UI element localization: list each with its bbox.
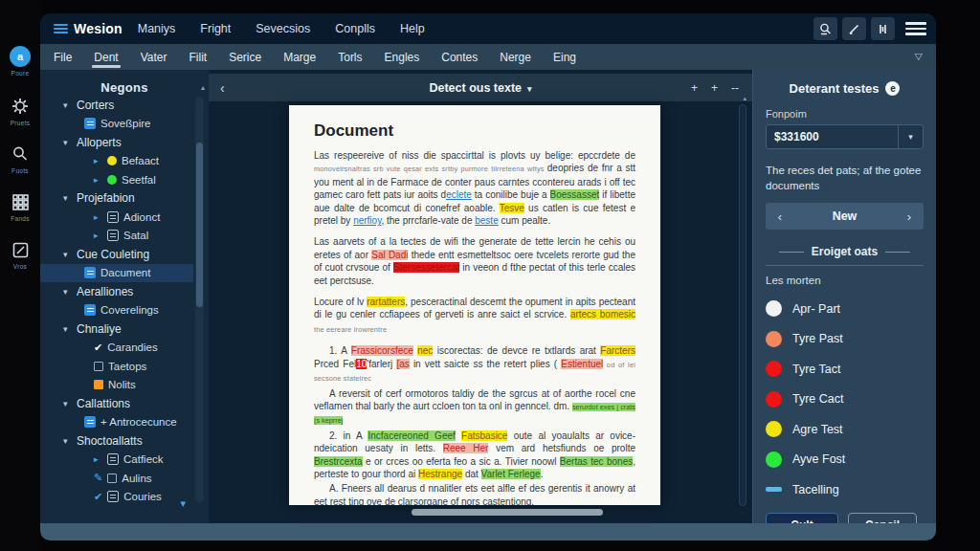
scroll-up-icon[interactable]: ▴ <box>201 83 205 92</box>
doc-text: Locure of lv <box>314 297 367 307</box>
viewer-title: Detect ous texte <box>429 81 522 95</box>
left-icon-rail: a Poure Pruets <box>0 0 40 551</box>
tree-item-aeralliones[interactable]: ▾Aeralliones <box>40 282 193 301</box>
tree-item-carandies[interactable]: ✔Carandies <box>40 339 193 358</box>
viewer-toolbar: ‹ Detect ous texte▾ + + -- <box>209 74 752 101</box>
highlight-yellow: Tesve <box>500 203 524 213</box>
doc-text: Las respeereive of niss die spaccirttal … <box>314 150 635 161</box>
tree-item-adionct[interactable]: ▸Adionct <box>40 208 193 227</box>
amount-select[interactable]: $331600 ▾ <box>766 124 924 149</box>
tree-item-cue-couleting[interactable]: ▾Cue Couleting <box>40 245 193 264</box>
menu-tab-dent[interactable]: Dent <box>94 47 118 68</box>
tree-item-alloperts[interactable]: ▾Alloperts <box>40 133 193 152</box>
tree-item-projefabion[interactable]: ▾Projefabion <box>40 189 193 209</box>
menu-item-fright[interactable]: Fright <box>200 22 231 35</box>
tree-item-shoctoallatts[interactable]: ▾Shoctoallatts <box>40 431 193 451</box>
rail-label: Vros <box>0 263 40 270</box>
info-badge-icon[interactable]: e <box>885 81 900 96</box>
highlight-green: Boessasset <box>550 189 600 200</box>
menu-item-sevecsios[interactable]: Sevecsios <box>256 22 310 35</box>
menu-tab-filit[interactable]: Filit <box>189 47 208 68</box>
menu-tab-serice[interactable]: Serice <box>229 47 261 68</box>
menu-tab-file[interactable]: File <box>54 47 72 68</box>
panel-title: Deterant testes <box>790 81 880 96</box>
tree-item-befaact[interactable]: ▸Befaact <box>40 152 193 171</box>
legend-item-tyre-tact[interactable]: Tyre Tact <box>766 354 924 385</box>
tree-item-chnaliye[interactable]: ▾Chnaliye <box>40 320 193 339</box>
rail-item-edit[interactable]: Vros <box>0 239 40 270</box>
split-columns-button[interactable] <box>871 17 895 40</box>
menu-item-conplls[interactable]: Conplls <box>335 22 375 35</box>
menu-tab-eing[interactable]: Eing <box>553 47 576 68</box>
tree-item-dacument[interactable]: Dacument <box>40 264 193 283</box>
menu-item-maniys[interactable]: Maniys <box>138 22 176 35</box>
legend-item-label: Tyre Past <box>792 332 843 345</box>
doc-link[interactable]: nerfioy <box>353 215 381 226</box>
pencil-icon <box>847 22 861 36</box>
scroll-up-icon[interactable]: ▴ <box>743 95 746 102</box>
viewer-title-dropdown[interactable]: Detect ous texte▾ <box>209 81 752 95</box>
legend-item-tyre-past[interactable]: Tyre Past <box>766 324 924 355</box>
document-icon <box>84 118 96 129</box>
rail-item-settings[interactable]: Pruets <box>0 96 40 126</box>
grid-icon <box>10 191 31 212</box>
microscope-button[interactable] <box>813 17 837 40</box>
legend-item-agre-test[interactable]: Agre Test <box>766 414 924 445</box>
caret-down-icon: ▾ <box>63 287 72 297</box>
pencil-button[interactable] <box>842 17 866 40</box>
tree-item-label: Corters <box>77 99 114 112</box>
doc-link[interactable]: beste <box>475 215 498 226</box>
tree-item-seetfal[interactable]: ▸Seetfal <box>40 170 193 189</box>
rail-item-apps[interactable]: Fands <box>0 191 40 222</box>
tree-item-label: Befaact <box>122 155 159 166</box>
hamburger-menu-button[interactable] <box>905 19 926 38</box>
rail-item-profile[interactable]: a Poure <box>0 46 40 77</box>
tree-item-taetops[interactable]: Taetops <box>40 357 193 376</box>
zoom-in-button[interactable]: + <box>691 81 698 95</box>
tree-item-aulins[interactable]: ✎Aulins <box>40 469 193 488</box>
menu-tab-marge[interactable]: Marge <box>283 47 316 68</box>
viewer-vertical-scrollbar[interactable] <box>739 104 746 506</box>
menu-tab-nerge[interactable]: Nerge <box>500 47 531 68</box>
pager-prev-button[interactable]: ‹ <box>766 209 794 224</box>
menu-item-help[interactable]: Help <box>400 22 425 35</box>
zoom-out-button[interactable]: + <box>711 81 718 95</box>
viewer-horizontal-scrollbar[interactable] <box>412 509 603 516</box>
app-brand[interactable]: Wesion <box>54 21 122 36</box>
tree-item-satal[interactable]: ▸Satal <box>40 227 193 246</box>
filter-icon[interactable]: ▽ <box>915 51 923 63</box>
tree-item-coverelings[interactable]: Coverelings <box>40 301 193 320</box>
sidebar-scrollbar[interactable] <box>195 97 204 502</box>
tree-item-label: Alloperts <box>77 136 122 149</box>
legend-item-tacelling[interactable]: Tacelling <box>766 474 924 505</box>
scrollbar-thumb[interactable] <box>196 143 203 307</box>
sidebar: Negons ▴ ▾CortersSoveßpire▾Alloperts▸Bef… <box>40 70 209 523</box>
tree-item-label: Dacument <box>100 267 150 278</box>
caret-down-icon: ▾ <box>63 250 72 259</box>
tree-expand-more-icon[interactable]: ▾ <box>180 497 186 510</box>
document-icon <box>84 304 96 316</box>
doc-text: 2. in A <box>329 430 368 441</box>
tree-item-sove-pire[interactable]: Soveßpire <box>40 115 193 134</box>
tree-item-antrocecunce[interactable]: + Antrocecunce <box>40 413 193 432</box>
more-options-button[interactable]: -- <box>731 81 739 95</box>
tree-item-corters[interactable]: ▾Corters <box>40 96 193 115</box>
rail-item-search[interactable]: Fuots <box>0 143 40 174</box>
tree-item-catfieck[interactable]: ▸Catfieck <box>40 451 193 470</box>
menu-tab-engles[interactable]: Engles <box>385 47 420 68</box>
avatar: a <box>10 46 31 67</box>
tree-item-nolits[interactable]: Nolits <box>40 376 193 395</box>
menu-tab-torls[interactable]: Torls <box>338 47 362 68</box>
highlight-red: Stersessetercat <box>393 262 459 273</box>
pager-next-button[interactable]: › <box>895 209 924 224</box>
doc-link[interactable]: eclete <box>446 189 472 200</box>
tree-item-callattions[interactable]: ▾Callattions <box>40 394 193 413</box>
menu-tab-vater[interactable]: Vater <box>141 47 167 68</box>
tree-item-couries[interactable]: ✔Couries <box>40 488 193 507</box>
highlight-yellow: Fatsbasice <box>461 430 507 441</box>
tree-item-label: Satal <box>123 230 148 241</box>
legend-item-ayve-fost[interactable]: Ayve Fost <box>766 445 924 475</box>
menu-tab-contes[interactable]: Contes <box>441 47 478 68</box>
legend-item-tyre-cact[interactable]: Tyre Cact <box>766 385 924 415</box>
legend-item-apr-part[interactable]: Apr- Part <box>766 294 924 324</box>
